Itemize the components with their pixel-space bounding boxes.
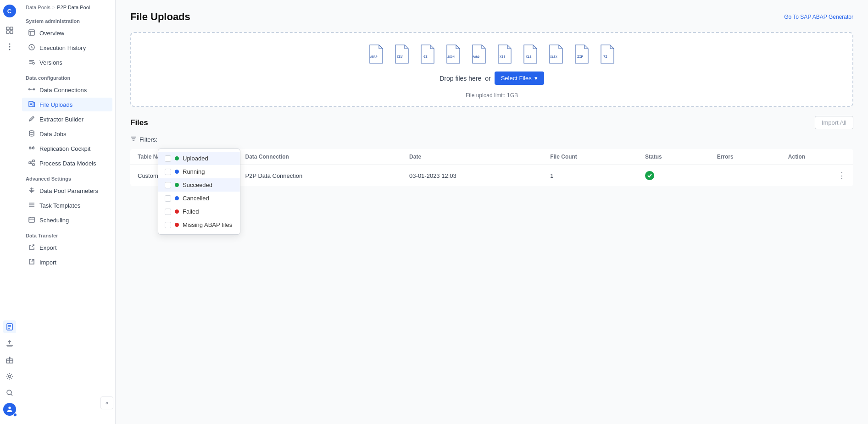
svg-rect-18 bbox=[29, 30, 34, 35]
files-section-header: Files Import All bbox=[130, 116, 853, 129]
sidebar-item-extractor-builder[interactable]: Extractor Builder bbox=[22, 112, 112, 126]
sidebar-item-task-templates[interactable]: Task Templates bbox=[22, 198, 112, 212]
filter-label-failed: Failed bbox=[183, 208, 199, 215]
rail-grid-icon[interactable] bbox=[3, 24, 16, 37]
filter-checkbox-failed[interactable] bbox=[165, 209, 171, 215]
file-type-7z: 7Z bbox=[597, 44, 618, 64]
cell-status bbox=[638, 165, 710, 187]
filter-dot-succeeded bbox=[175, 183, 179, 187]
filter-dropdown: Uploaded Running Succeeded bbox=[158, 149, 240, 235]
rail-upload-icon[interactable] bbox=[3, 337, 16, 350]
sidebar-item-data-jobs[interactable]: Data Jobs bbox=[22, 127, 112, 141]
action-menu-button[interactable]: ⋮ bbox=[788, 171, 846, 181]
sidebar-item-data-pool-parameters[interactable]: Data Pool Parameters bbox=[22, 184, 112, 198]
sidebar-item-import[interactable]: Import bbox=[22, 255, 112, 269]
sidebar-item-scheduling[interactable]: Scheduling bbox=[22, 213, 112, 227]
data-jobs-icon bbox=[28, 130, 36, 138]
filter-option-succeeded[interactable]: Succeeded bbox=[158, 178, 240, 192]
svg-rect-34 bbox=[33, 164, 34, 165]
sidebar-item-replication-cockpit[interactable]: Replication Cockpit bbox=[22, 142, 112, 155]
import-icon bbox=[28, 259, 36, 266]
status-success-icon bbox=[645, 171, 654, 180]
svg-point-22 bbox=[33, 62, 34, 64]
go-to-sap-link[interactable]: Go To SAP ABAP Generator bbox=[784, 14, 853, 20]
col-errors: Errors bbox=[710, 149, 781, 165]
filter-dot-missing-abap bbox=[175, 223, 179, 227]
sidebar-item-data-connections[interactable]: Data Connections bbox=[22, 83, 112, 97]
collapse-sidebar-button[interactable]: « bbox=[100, 396, 113, 409]
rail-dots-icon[interactable] bbox=[3, 40, 16, 53]
filter-icon bbox=[130, 136, 137, 143]
filter-option-running[interactable]: Running bbox=[158, 165, 240, 178]
filter-checkbox-uploaded[interactable] bbox=[165, 155, 171, 162]
cell-action: ⋮ bbox=[781, 165, 853, 187]
replication-cockpit-icon bbox=[28, 145, 36, 152]
file-types-row: ABAP CSV GZ bbox=[366, 44, 618, 64]
cell-data-connection: P2P Data Connection bbox=[238, 165, 402, 187]
rail-settings-icon[interactable] bbox=[3, 370, 16, 383]
import-all-button[interactable]: Import All bbox=[815, 116, 853, 129]
file-type-json: JSON bbox=[443, 44, 463, 64]
filter-option-failed[interactable]: Failed bbox=[158, 205, 240, 218]
filter-option-cancelled[interactable]: Cancelled bbox=[158, 192, 240, 205]
file-type-xls: XLS bbox=[520, 44, 540, 64]
logo-icon[interactable]: C bbox=[3, 5, 16, 17]
col-data-connection: Data Connection bbox=[238, 149, 402, 165]
filter-checkbox-succeeded[interactable] bbox=[165, 182, 171, 188]
svg-point-30 bbox=[33, 147, 34, 149]
filter-option-uploaded[interactable]: Uploaded bbox=[158, 152, 240, 165]
svg-text:XES: XES bbox=[500, 55, 506, 59]
select-files-button[interactable]: Select Files ▾ bbox=[495, 72, 544, 85]
rail-search-icon[interactable] bbox=[3, 386, 16, 399]
svg-point-6 bbox=[9, 49, 10, 50]
files-section-title: Files bbox=[130, 118, 148, 127]
filters-row: Filters: Uploaded Running bbox=[130, 136, 853, 143]
svg-rect-0 bbox=[6, 27, 9, 30]
sidebar-item-execution-history[interactable]: Execution History bbox=[22, 41, 112, 55]
execution-history-icon bbox=[28, 44, 36, 51]
filter-checkbox-missing-abap[interactable] bbox=[165, 222, 171, 228]
svg-text:XLSX: XLSX bbox=[550, 55, 557, 59]
col-status: Status bbox=[638, 149, 710, 165]
upload-limit-text: File upload limit: 1GB bbox=[466, 92, 518, 99]
filter-checkbox-cancelled[interactable] bbox=[165, 195, 171, 202]
filter-dot-uploaded bbox=[175, 156, 179, 160]
data-pool-parameters-icon bbox=[28, 187, 36, 194]
svg-point-15 bbox=[7, 390, 11, 395]
main-header: File Uploads Go To SAP ABAP Generator bbox=[130, 11, 853, 23]
rail-gift-icon[interactable] bbox=[3, 353, 16, 366]
overview-icon bbox=[28, 29, 36, 37]
svg-text:ZIP: ZIP bbox=[577, 55, 583, 59]
filter-label-succeeded: Succeeded bbox=[183, 182, 212, 188]
svg-point-14 bbox=[8, 375, 11, 378]
sidebar: Data Pools > P2P Data Pool System admini… bbox=[19, 0, 116, 424]
sidebar-item-file-uploads[interactable]: File Uploads bbox=[22, 98, 112, 111]
filter-label-cancelled: Cancelled bbox=[183, 195, 209, 202]
file-type-csv: CSV bbox=[392, 44, 412, 64]
col-date: Date bbox=[402, 149, 543, 165]
filters-label: Filters: bbox=[130, 136, 157, 143]
cell-date: 03-01-2023 12:03 bbox=[402, 165, 543, 187]
svg-rect-11 bbox=[7, 345, 12, 346]
sidebar-item-process-data-models[interactable]: Process Data Models bbox=[22, 156, 112, 170]
filter-checkbox-running[interactable] bbox=[165, 169, 171, 175]
data-transfer-label: Data Transfer bbox=[19, 227, 115, 240]
filter-label-uploaded: Uploaded bbox=[183, 155, 208, 162]
export-icon bbox=[28, 244, 36, 251]
filter-dot-failed bbox=[175, 209, 179, 214]
or-text: or bbox=[485, 75, 490, 82]
process-data-models-icon bbox=[28, 160, 36, 167]
task-templates-icon bbox=[28, 202, 36, 209]
svg-rect-33 bbox=[33, 160, 34, 162]
sidebar-item-versions[interactable]: Versions bbox=[22, 55, 112, 69]
svg-rect-3 bbox=[10, 31, 13, 33]
scheduling-icon bbox=[28, 216, 36, 224]
extractor-builder-icon bbox=[28, 116, 36, 123]
rail-files-icon[interactable] bbox=[3, 320, 16, 333]
main-content: File Uploads Go To SAP ABAP Generator AB… bbox=[116, 0, 868, 424]
filter-option-missing-abap[interactable]: Missing ABAP files bbox=[158, 218, 240, 231]
sidebar-item-overview[interactable]: Overview bbox=[22, 26, 112, 40]
advanced-settings-label: Advanced Settings bbox=[19, 171, 115, 183]
svg-point-5 bbox=[9, 46, 10, 48]
sidebar-item-export[interactable]: Export bbox=[22, 241, 112, 254]
